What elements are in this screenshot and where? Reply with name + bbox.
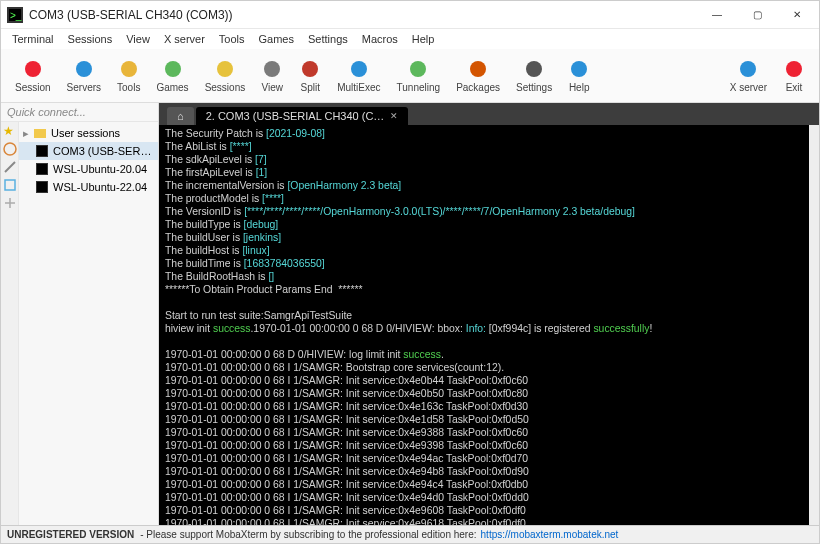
- svg-point-5: [121, 61, 137, 77]
- home-tab[interactable]: ⌂: [167, 107, 194, 125]
- toolbar-split[interactable]: Split: [291, 56, 329, 95]
- toolbar-session[interactable]: Session: [7, 56, 59, 95]
- tab-label: 2. COM3 (USB-SERIAL CH340 (C…: [206, 110, 385, 122]
- content-area: ⌂ 2. COM3 (USB-SERIAL CH340 (C… ✕ The Se…: [159, 103, 819, 525]
- menu-x-server[interactable]: X server: [157, 33, 212, 45]
- tree-root[interactable]: ▸User sessions: [19, 124, 158, 142]
- toolbar-exit[interactable]: Exit: [775, 56, 813, 95]
- svg-point-15: [740, 61, 756, 77]
- session-item[interactable]: WSL-Ubuntu-20.04: [19, 160, 158, 178]
- tunneling-icon: [407, 58, 429, 80]
- svg-rect-18: [5, 180, 15, 190]
- session-item[interactable]: WSL-Ubuntu-22.04: [19, 178, 158, 196]
- menu-help[interactable]: Help: [405, 33, 442, 45]
- toolbar-help[interactable]: Help: [560, 56, 598, 95]
- main-area: Quick connect... ★ ▸User sessionsCOM3 (U…: [1, 103, 819, 525]
- packages-icon: [467, 58, 489, 80]
- menu-terminal[interactable]: Terminal: [5, 33, 61, 45]
- svg-rect-23: [37, 164, 47, 174]
- menu-settings[interactable]: Settings: [301, 33, 355, 45]
- multiexec-icon: [348, 58, 370, 80]
- help-icon: [568, 58, 590, 80]
- toolbar-tools[interactable]: Tools: [109, 56, 148, 95]
- games-icon: [162, 58, 184, 80]
- terminal-tab[interactable]: 2. COM3 (USB-SERIAL CH340 (C… ✕: [196, 107, 409, 125]
- close-button[interactable]: ✕: [777, 2, 817, 28]
- toolbar-packages[interactable]: Packages: [448, 56, 508, 95]
- menu-games[interactable]: Games: [252, 33, 301, 45]
- sessions-icon: [214, 58, 236, 80]
- toolbar: SessionServersToolsGamesSessionsViewSpli…: [1, 49, 819, 103]
- sidebar-margin: ★: [1, 122, 19, 525]
- session-icon: [22, 58, 44, 80]
- svg-point-7: [217, 61, 233, 77]
- globe-icon[interactable]: [3, 142, 17, 156]
- session-icon: [35, 144, 49, 158]
- tools-icon: [118, 58, 140, 80]
- toolbar-sessions[interactable]: Sessions: [197, 56, 254, 95]
- session-icon: [35, 180, 49, 194]
- tab-bar: ⌂ 2. COM3 (USB-SERIAL CH340 (C… ✕: [159, 103, 819, 125]
- svg-point-10: [351, 61, 367, 77]
- maximize-button[interactable]: ▢: [737, 2, 777, 28]
- menu-macros[interactable]: Macros: [355, 33, 405, 45]
- status-text: - Please support MobaXterm by subscribin…: [140, 529, 476, 540]
- svg-rect-25: [37, 182, 47, 192]
- exit-icon: [783, 58, 805, 80]
- app-icon: >_: [7, 7, 23, 23]
- svg-point-13: [526, 61, 542, 77]
- sftp-icon[interactable]: [3, 196, 17, 210]
- toolbar-x-server[interactable]: X server: [722, 56, 775, 95]
- minimize-button[interactable]: —: [697, 2, 737, 28]
- home-icon: ⌂: [177, 110, 184, 122]
- svg-point-14: [571, 61, 587, 77]
- svg-point-6: [165, 61, 181, 77]
- session-icon: [35, 162, 49, 176]
- svg-rect-19: [34, 129, 46, 138]
- title-bar: >_ COM3 (USB-SERIAL CH340 (COM3)) — ▢ ✕: [1, 1, 819, 29]
- menu-tools[interactable]: Tools: [212, 33, 252, 45]
- view-icon: [261, 58, 283, 80]
- toolbar-servers[interactable]: Servers: [59, 56, 109, 95]
- tools-icon[interactable]: [3, 160, 17, 174]
- session-tree: ▸User sessionsCOM3 (USB-SERIAL CH340 (CO…: [19, 122, 158, 525]
- macro-icon[interactable]: [3, 178, 17, 192]
- svg-point-9: [302, 61, 318, 77]
- settings-icon: [523, 58, 545, 80]
- sidebar: Quick connect... ★ ▸User sessionsCOM3 (U…: [1, 103, 159, 525]
- svg-point-4: [76, 61, 92, 77]
- folder-icon: [33, 126, 47, 140]
- toolbar-tunneling[interactable]: Tunneling: [389, 56, 449, 95]
- session-item[interactable]: COM3 (USB-SERIAL CH340 (COM3)): [19, 142, 158, 160]
- svg-point-3: [25, 61, 41, 77]
- toolbar-settings[interactable]: Settings: [508, 56, 560, 95]
- status-bar: UNREGISTERED VERSION - Please support Mo…: [1, 525, 819, 543]
- tab-close-icon[interactable]: ✕: [390, 111, 398, 121]
- menu-bar: TerminalSessionsViewX serverToolsGamesSe…: [1, 29, 819, 49]
- servers-icon: [73, 58, 95, 80]
- terminal-output[interactable]: The Security Patch is [2021-09-08] The A…: [159, 125, 819, 525]
- star-icon[interactable]: ★: [3, 124, 17, 138]
- svg-point-16: [786, 61, 802, 77]
- status-badge: UNREGISTERED VERSION: [7, 529, 134, 540]
- svg-text:>_: >_: [10, 10, 22, 21]
- svg-rect-21: [37, 146, 47, 156]
- svg-point-11: [410, 61, 426, 77]
- menu-view[interactable]: View: [119, 33, 157, 45]
- toolbar-multiexec[interactable]: MultiExec: [329, 56, 388, 95]
- menu-sessions[interactable]: Sessions: [61, 33, 120, 45]
- toolbar-games[interactable]: Games: [148, 56, 196, 95]
- split-icon: [299, 58, 321, 80]
- status-link[interactable]: https://mobaxterm.mobatek.net: [481, 529, 619, 540]
- svg-point-8: [264, 61, 280, 77]
- x server-icon: [737, 58, 759, 80]
- svg-point-17: [4, 143, 16, 155]
- quick-connect-input[interactable]: Quick connect...: [1, 103, 158, 122]
- toolbar-view[interactable]: View: [253, 56, 291, 95]
- window-title: COM3 (USB-SERIAL CH340 (COM3)): [29, 8, 697, 22]
- svg-point-12: [470, 61, 486, 77]
